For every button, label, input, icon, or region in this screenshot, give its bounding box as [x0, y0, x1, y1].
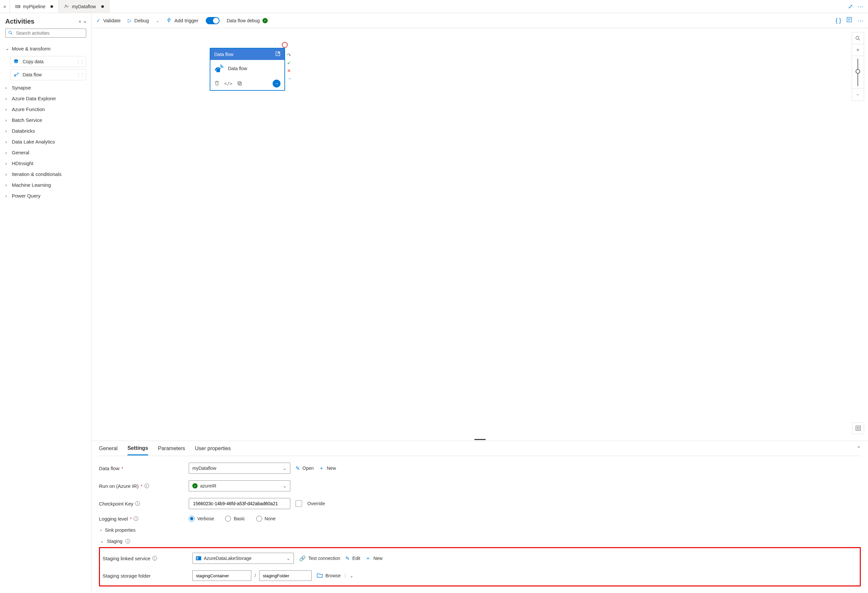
info-icon[interactable]: i: [145, 484, 149, 488]
runon-select[interactable]: ✓ azureIR ⌄: [189, 480, 290, 491]
zoom-out-icon[interactable]: －: [852, 89, 864, 100]
collapse-panel-icon[interactable]: «: [84, 19, 86, 24]
tab-pipeline[interactable]: myPipeline: [10, 0, 59, 13]
chevron-right-icon: ›: [5, 139, 9, 145]
staging-service-select[interactable]: AzureDataLakeStorage ⌄: [192, 553, 294, 564]
chevron-right-icon: ›: [5, 117, 9, 123]
staging-toggle[interactable]: ⌄ Staging i: [100, 538, 861, 544]
activity-copy-data[interactable]: Copy data ⋮⋮: [10, 56, 86, 67]
tab-parameters[interactable]: Parameters: [158, 442, 185, 455]
success-icon: ✓: [287, 60, 292, 65]
code-icon[interactable]: </>: [224, 81, 232, 86]
tab-general[interactable]: General: [99, 442, 118, 455]
svg-rect-21: [857, 427, 859, 429]
category-label: Synapse: [12, 85, 31, 90]
clone-icon[interactable]: [237, 81, 242, 87]
svg-rect-1: [17, 5, 19, 8]
info-icon[interactable]: i: [134, 516, 138, 521]
svg-rect-16: [238, 81, 241, 84]
staging-container-input[interactable]: [192, 570, 251, 581]
section-label: Staging: [107, 538, 122, 544]
new-dataflow-button[interactable]: ＋ New: [319, 465, 336, 472]
category-hdinsight[interactable]: ›HDInsight: [5, 158, 86, 169]
panel-resize-handle[interactable]: [92, 438, 868, 441]
path-separator: /: [255, 573, 256, 578]
more-icon[interactable]: ⋯: [858, 17, 864, 24]
svg-rect-23: [196, 557, 198, 558]
category-data-lake-analytics[interactable]: ›Data Lake Analytics: [5, 136, 86, 147]
chevron-right-icon: ›: [5, 106, 9, 112]
open-dataflow-button[interactable]: ✎ Open: [295, 465, 314, 472]
category-power-query[interactable]: ›Power Query: [5, 190, 86, 201]
zoom-slider[interactable]: [852, 56, 864, 89]
svg-line-5: [11, 33, 12, 34]
play-icon: ▷: [128, 18, 132, 24]
delete-icon[interactable]: [214, 81, 220, 87]
category-azure-data-explorer[interactable]: ›Azure Data Explorer: [5, 93, 86, 104]
collapse-panel-icon[interactable]: ⌃: [856, 445, 861, 451]
override-checkbox[interactable]: [295, 500, 302, 507]
dataflow-debug-toggle[interactable]: [206, 17, 220, 24]
info-icon[interactable]: i: [152, 556, 157, 561]
fail-icon: ✕: [287, 68, 292, 74]
more-icon[interactable]: ⋯: [858, 3, 864, 10]
category-batch-service[interactable]: ›Batch Service: [5, 115, 86, 125]
category-label: Move & transform: [12, 46, 50, 52]
dataflow-icon: [64, 4, 69, 9]
add-trigger-button[interactable]: Add trigger: [167, 17, 198, 24]
tab-settings[interactable]: Settings: [127, 442, 148, 456]
new-service-button[interactable]: ＋ New: [365, 555, 382, 562]
logging-none-radio[interactable]: None: [256, 516, 276, 522]
info-icon[interactable]: i: [125, 539, 130, 544]
zoom-search-icon[interactable]: [852, 32, 864, 44]
test-connection-button[interactable]: 🔗 Test connection: [299, 555, 340, 562]
checkpoint-input[interactable]: [189, 498, 290, 509]
zoom-in-icon[interactable]: ＋: [852, 44, 864, 56]
maximize-icon[interactable]: ⤢: [848, 3, 853, 10]
edit-button[interactable]: ✎ Edit: [345, 555, 360, 562]
activity-data-flow[interactable]: Data flow ⋮⋮: [10, 69, 86, 80]
button-label: Debug: [134, 18, 149, 23]
dataflow-node[interactable]: Data flow Data flow </> →: [210, 48, 285, 91]
pipeline-canvas[interactable]: Data flow Data flow </> → ↷: [92, 28, 868, 438]
chevron-down-icon: ⌄: [100, 539, 103, 544]
checkpoint-field[interactable]: [192, 501, 287, 506]
search-input[interactable]: [15, 30, 83, 36]
tab-dataflow[interactable]: myDataflow: [59, 0, 109, 13]
chevron-right-icon: ›: [5, 150, 9, 155]
category-general[interactable]: ›General: [5, 147, 86, 158]
fit-to-screen-icon[interactable]: [852, 422, 864, 434]
dataflow-select[interactable]: myDataflow ⌄: [189, 463, 290, 474]
category-synapse[interactable]: ›Synapse: [5, 82, 86, 93]
code-view-icon[interactable]: { }: [836, 17, 841, 24]
logging-verbose-radio[interactable]: Verbose: [189, 516, 214, 522]
category-iteration[interactable]: ›Iteration & conditionals: [5, 169, 86, 180]
run-icon[interactable]: →: [273, 80, 280, 87]
category-databricks[interactable]: ›Databricks: [5, 125, 86, 136]
category-label: Machine Learning: [12, 182, 51, 188]
node-type-label: Data flow: [214, 52, 233, 57]
category-machine-learning[interactable]: ›Machine Learning: [5, 180, 86, 190]
sink-properties-toggle[interactable]: › Sink properties: [100, 528, 861, 533]
category-azure-function[interactable]: ›Azure Function: [5, 104, 86, 115]
open-external-icon[interactable]: [275, 51, 280, 58]
validate-button[interactable]: ✓ Validate: [96, 18, 121, 24]
chevron-down-icon: ⌄: [283, 466, 287, 471]
chevron-down-icon[interactable]: ⌄: [350, 573, 354, 578]
category-label: Power Query: [12, 193, 41, 199]
logging-basic-radio[interactable]: Basic: [225, 516, 245, 522]
chevron-right-icon: ›: [5, 171, 9, 177]
category-move-transform[interactable]: ⌄ Move & transform: [5, 43, 86, 54]
svg-rect-20: [856, 426, 861, 431]
chevron-down-icon: ⌄: [286, 556, 290, 561]
browse-button[interactable]: Browse | ⌄: [317, 573, 354, 578]
chevron-double-down-icon[interactable]: »: [78, 20, 83, 23]
debug-button[interactable]: ▷ Debug: [128, 18, 149, 24]
info-icon[interactable]: i: [135, 501, 140, 506]
tab-user-properties[interactable]: User properties: [195, 442, 231, 455]
staging-folder-input[interactable]: [259, 570, 311, 581]
expand-tabs-button[interactable]: »: [0, 0, 10, 13]
properties-icon[interactable]: [846, 17, 852, 24]
debug-dropdown[interactable]: ⌄: [156, 18, 159, 23]
activities-search[interactable]: [5, 28, 86, 38]
